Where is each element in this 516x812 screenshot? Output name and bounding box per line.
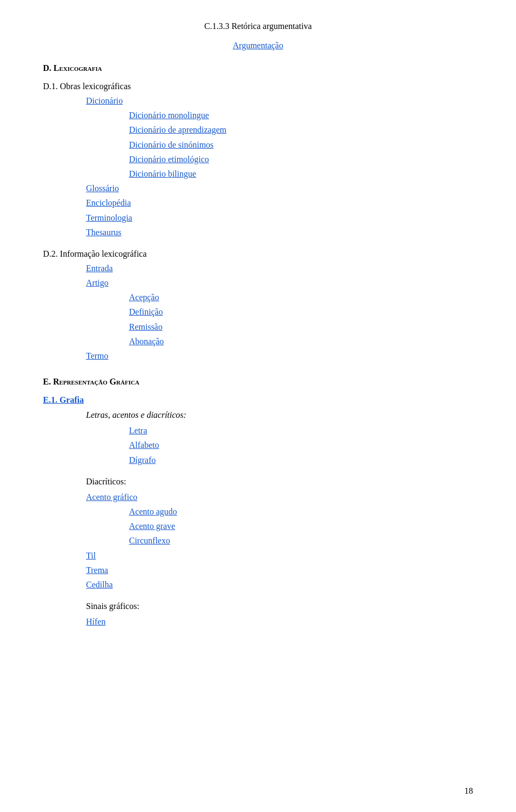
circunflexo-link[interactable]: Circunflexo <box>129 536 170 545</box>
page-number-text: 18 <box>464 786 473 795</box>
list-item: Cedilha <box>86 577 473 592</box>
list-item: Acento gráfico <box>86 490 473 504</box>
subsection-d1-label: D.1. Obras lexicográficas <box>43 82 131 91</box>
list-item: Enciclopédia <box>86 195 473 210</box>
section-e-heading-block: E. Representação Gráfica <box>43 377 473 387</box>
definicao-link[interactable]: Definição <box>129 307 163 316</box>
list-item: Trema <box>86 563 473 577</box>
section-title: C.1.3.3 Retórica argumentativa <box>43 21 473 31</box>
dicionario-sinonimos-link[interactable]: Dicionário de sinónimos <box>129 140 213 149</box>
terminologia-link[interactable]: Terminologia <box>86 213 132 222</box>
list-item: Dicionário <box>86 93 473 108</box>
sinais-intro: Sinais gráficos: <box>86 601 139 611</box>
remissao-link[interactable]: Remissão <box>129 322 162 331</box>
letras-intro: Letras, acentos e diacríticos: <box>86 410 187 419</box>
section-e-heading: E. Representação Gráfica <box>43 377 139 386</box>
diacriticos-items: Acento gráfico Acento agudo Acento grave… <box>43 490 473 592</box>
sinais-items: Hífen <box>43 614 473 629</box>
entrada-link[interactable]: Entrada <box>86 264 113 273</box>
acento-agudo-link[interactable]: Acento agudo <box>129 507 177 516</box>
page-number: 18 <box>464 786 473 796</box>
section-d-heading-block: D. Lexicografia <box>43 63 473 73</box>
digrafo-link[interactable]: Dígrafo <box>129 455 156 465</box>
list-item: Dígrafo <box>129 453 473 467</box>
list-item: Definição <box>129 305 473 319</box>
subsection-e1-heading-block: E.1. Grafia <box>43 395 473 405</box>
list-item: Artigo <box>86 276 473 290</box>
subsection-e1-label: E.1. Grafia <box>43 395 84 404</box>
letras-intro-block: Letras, acentos e diacríticos: <box>86 410 473 420</box>
section-d-heading: D. Lexicografia <box>43 63 102 73</box>
list-item: Alfabeto <box>129 438 473 452</box>
dicionario-etimologico-link[interactable]: Dicionário etimológico <box>129 155 209 164</box>
list-item: Acento grave <box>129 519 473 533</box>
title-text: C.1.3.3 Retórica argumentativa <box>204 21 312 31</box>
list-item: Circunflexo <box>129 533 473 548</box>
list-item: Glossário <box>86 181 473 195</box>
glossario-link[interactable]: Glossário <box>86 184 119 193</box>
list-item: Dicionário bilingue <box>129 166 473 181</box>
acento-grafico-link[interactable]: Acento gráfico <box>86 492 138 502</box>
subsection-d2-items: Entrada Artigo Acepção Definição Remissã… <box>43 261 473 363</box>
list-item: Dicionário etimológico <box>129 152 473 166</box>
top-link-container: Argumentação <box>43 41 473 50</box>
alfabeto-link[interactable]: Alfabeto <box>129 440 159 450</box>
diacriticos-intro: Diacríticos: <box>86 477 126 486</box>
list-item: Thesaurus <box>86 225 473 240</box>
list-item: Dicionário de aprendizagem <box>129 122 473 137</box>
thesaurus-link[interactable]: Thesaurus <box>86 228 121 237</box>
list-item: Abonação <box>129 334 473 349</box>
subsection-d1-items: Dicionário Dicionário monolingue Dicioná… <box>43 93 473 240</box>
list-item: Terminologia <box>86 211 473 225</box>
dicionario-link[interactable]: Dicionário <box>86 96 123 105</box>
termo-link[interactable]: Termo <box>86 351 109 360</box>
subsection-d2-heading-block: D.2. Informação lexicográfica <box>43 249 473 259</box>
cedilha-link[interactable]: Cedilha <box>86 580 113 589</box>
acepcao-link[interactable]: Acepção <box>129 293 159 302</box>
argumentacao-link[interactable]: Argumentação <box>233 41 283 50</box>
enciclopedia-link[interactable]: Enciclopédia <box>86 198 131 207</box>
trema-link[interactable]: Trema <box>86 566 108 575</box>
list-item: Entrada <box>86 261 473 276</box>
list-item: Acento agudo <box>129 504 473 519</box>
artigo-link[interactable]: Artigo <box>86 278 109 287</box>
subsection-d1-heading-block: D.1. Obras lexicográficas <box>43 82 473 91</box>
list-item: Dicionário monolingue <box>129 108 473 122</box>
sinais-intro-block: Sinais gráficos: <box>86 601 473 611</box>
letra-link[interactable]: Letra <box>129 426 147 435</box>
til-link[interactable]: Til <box>86 551 96 560</box>
dicionario-aprendizagem-link[interactable]: Dicionário de aprendizagem <box>129 125 226 134</box>
subsection-d2-label: D.2. Informação lexicográfica <box>43 249 147 258</box>
list-item: Acepção <box>129 290 473 305</box>
list-item: Hífen <box>86 614 473 629</box>
letras-items: Letra Alfabeto Dígrafo <box>43 423 473 467</box>
acento-grave-link[interactable]: Acento grave <box>129 521 175 531</box>
hifen-link[interactable]: Hífen <box>86 617 105 626</box>
list-item: Til <box>86 548 473 563</box>
dicionario-monolingue-link[interactable]: Dicionário monolingue <box>129 111 209 120</box>
list-item: Remissão <box>129 320 473 334</box>
list-item: Dicionário de sinónimos <box>129 137 473 152</box>
list-item: Termo <box>86 349 473 363</box>
list-item: Letra <box>129 423 473 438</box>
dicionario-bilingue-link[interactable]: Dicionário bilingue <box>129 169 196 178</box>
abonacao-link[interactable]: Abonação <box>129 337 164 346</box>
diacriticos-intro-block: Diacríticos: <box>86 477 473 487</box>
